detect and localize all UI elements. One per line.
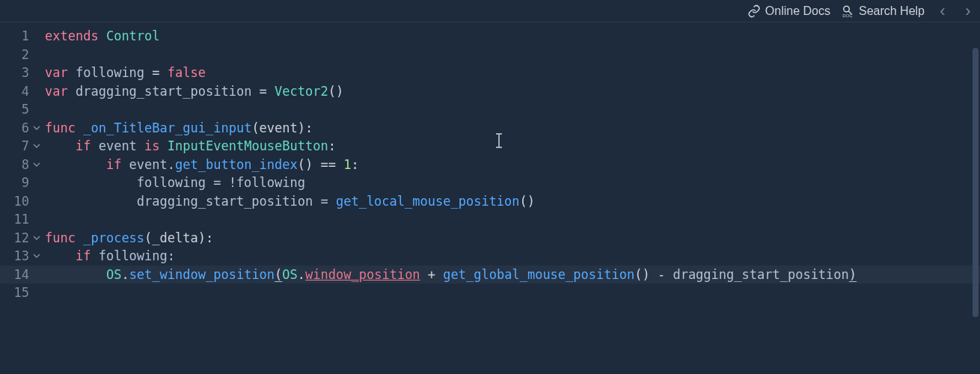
svg-text:DOC: DOC	[842, 13, 853, 18]
line-number: 3	[0, 64, 31, 82]
line-number: 14	[0, 266, 31, 284]
code-line[interactable]: 11	[0, 210, 980, 229]
help-bar: Online Docs DOC Search Help ‹ ›	[0, 0, 980, 22]
code-line[interactable]: 2	[0, 46, 980, 64]
line-number: 6	[0, 119, 31, 138]
code-line[interactable]: 15	[0, 283, 980, 302]
code-line[interactable]: 4 var dragging_start_position = Vector2(…	[0, 82, 980, 101]
code-editor[interactable]: 1 extends Control 2 3 var following = fa…	[0, 22, 980, 302]
code-line[interactable]: 9 following = !following	[0, 174, 980, 192]
code-line[interactable]: 6 func _on_TitleBar_gui_input(event):	[0, 119, 980, 138]
doc-search-icon: DOC	[841, 4, 854, 18]
online-docs-label: Online Docs	[765, 4, 830, 18]
line-number: 5	[0, 100, 31, 119]
line-number: 10	[0, 192, 31, 211]
code-line-active[interactable]: 14 OS.set_window_position(OS.window_posi…	[0, 266, 980, 284]
line-number: 4	[0, 82, 31, 101]
code-line[interactable]: 7 if event is InputEventMouseButton:	[0, 137, 980, 156]
line-number: 8	[0, 156, 31, 174]
line-number: 1	[0, 27, 31, 46]
search-help-label: Search Help	[859, 4, 925, 18]
line-number: 7	[0, 137, 31, 156]
text-cursor-icon	[494, 133, 504, 148]
line-number: 11	[0, 210, 31, 229]
line-number: 12	[0, 229, 31, 248]
vertical-scrollbar[interactable]	[973, 48, 979, 317]
fold-icon[interactable]	[31, 156, 42, 174]
link-icon	[747, 4, 761, 18]
line-number: 2	[0, 46, 31, 64]
online-docs-link[interactable]: Online Docs	[747, 4, 830, 18]
fold-icon[interactable]	[31, 119, 42, 138]
code-line[interactable]: 1 extends Control	[0, 27, 980, 46]
fold-icon[interactable]	[31, 229, 42, 248]
code-line[interactable]: 12 func _process(_delta):	[0, 229, 980, 248]
code-line[interactable]: 13 if following:	[0, 247, 980, 266]
line-number: 15	[0, 283, 31, 302]
line-number: 9	[0, 174, 31, 192]
code-line[interactable]: 3 var following = false	[0, 64, 980, 82]
nav-back-button[interactable]: ‹	[935, 1, 950, 21]
line-number: 13	[0, 247, 31, 266]
code-line[interactable]: 10 dragging_start_position = get_local_m…	[0, 192, 980, 211]
code-line[interactable]: 5	[0, 100, 980, 119]
fold-icon[interactable]	[31, 137, 42, 156]
code-line[interactable]: 8 if event.get_button_index() == 1:	[0, 156, 980, 174]
search-help-link[interactable]: DOC Search Help	[841, 4, 925, 18]
fold-icon[interactable]	[31, 247, 42, 266]
nav-forward-button[interactable]: ›	[961, 1, 976, 21]
